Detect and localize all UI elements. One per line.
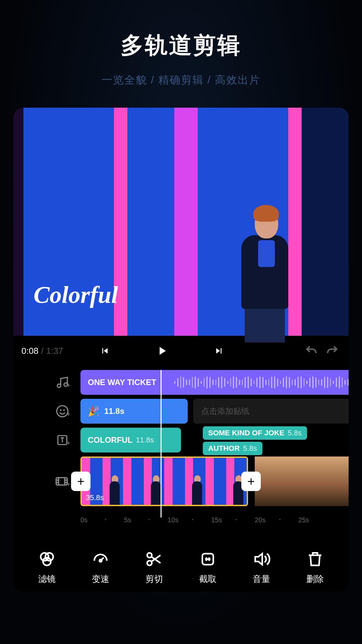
svg-point-1 <box>60 409 62 411</box>
sticker-duration: 11.8s <box>104 407 124 416</box>
add-clip-right-button[interactable]: + <box>241 472 261 491</box>
time-total: 1:37 <box>46 346 63 356</box>
text-clip-main[interactable]: COLORFUL 11.8s <box>80 428 181 452</box>
waveform-icon <box>174 376 349 389</box>
bottom-toolbar: 滤镜 变速 剪切 截取 音量 删除 <box>13 538 349 592</box>
svg-point-2 <box>63 409 65 411</box>
text-tag-label: AUTHOR <box>208 444 240 453</box>
play-button[interactable] <box>154 342 170 359</box>
tool-label: 变速 <box>92 573 109 585</box>
skip-prev-icon <box>100 345 110 356</box>
speed-icon <box>91 550 110 569</box>
ruler-tick: 5s <box>124 516 131 524</box>
time-ruler-row: 0s5s10s15s20s25s <box>13 510 349 530</box>
tool-label: 删除 <box>306 573 324 585</box>
add-text-button[interactable]: + <box>13 433 80 447</box>
tool-label: 音量 <box>253 573 270 585</box>
ruler-tick: 10s <box>168 516 178 524</box>
skip-next-icon <box>214 345 224 356</box>
text-tag-duration: 5.8s <box>288 429 302 437</box>
text-clip-tag1[interactable]: SOME KIND OF JOKE 5.8s <box>203 426 307 440</box>
plus-icon: + <box>66 382 70 389</box>
undo-icon <box>305 344 318 358</box>
music-clip[interactable]: ONE WAY TICKET <box>80 370 349 395</box>
video-track-row: + 35.8s + + <box>13 457 349 506</box>
editor-card: Colorful 0:08 / 1:37 + <box>13 108 349 592</box>
volume-icon <box>252 550 271 569</box>
preview-overlay-text: Colorful <box>34 281 118 309</box>
add-sticker-button[interactable]: + <box>13 405 80 418</box>
video-clip-selected[interactable]: 35.8s <box>80 457 248 506</box>
plus-icon: + <box>66 481 70 488</box>
add-music-button[interactable]: + <box>13 376 80 389</box>
plus-icon: + <box>77 474 84 489</box>
preview-figure <box>235 202 295 336</box>
filter-button[interactable]: 滤镜 <box>25 550 69 585</box>
redo-button[interactable] <box>324 342 341 359</box>
tool-label: 截取 <box>199 573 217 585</box>
music-clip-title: ONE WAY TICKET <box>88 378 156 387</box>
ruler-tick: 0s <box>80 516 87 524</box>
delete-button[interactable]: 删除 <box>293 550 337 585</box>
sticker-track-row: + 🎉 11.8s 点击添加贴纸 <box>13 399 349 424</box>
plus-icon: + <box>66 439 70 447</box>
text-clip-duration: 11.8s <box>136 436 154 444</box>
plus-icon: + <box>66 411 70 418</box>
sticker-placeholder[interactable]: 点击添加贴纸 <box>193 399 349 424</box>
prev-button[interactable] <box>97 342 113 359</box>
scissors-icon <box>145 550 164 569</box>
ruler-tick: 25s <box>298 516 309 524</box>
svg-point-7 <box>43 557 51 565</box>
undo-button[interactable] <box>303 342 320 359</box>
page-title: 多轨道剪辑 <box>0 30 362 61</box>
svg-point-8 <box>100 559 102 562</box>
tool-label: 剪切 <box>145 573 163 585</box>
text-tag-duration: 5.8s <box>243 444 257 453</box>
timeline[interactable]: + ONE WAY TICKET + 🎉 11.8s 点击添加贴纸 <box>13 370 349 538</box>
redo-icon <box>325 344 339 358</box>
svg-rect-4 <box>56 478 67 485</box>
sticker-emoji: 🎉 <box>88 406 100 417</box>
filter-icon <box>38 550 56 569</box>
text-clip-label: COLORFUL <box>88 435 132 445</box>
next-button[interactable] <box>210 342 227 359</box>
time-current: 0:08 <box>21 346 39 356</box>
time-separator: / <box>41 346 44 356</box>
svg-point-9 <box>147 553 152 557</box>
video-preview[interactable]: Colorful <box>13 108 349 336</box>
cut-button[interactable]: 剪切 <box>132 550 176 585</box>
ruler-tick: 20s <box>255 516 265 524</box>
plus-icon: + <box>247 474 255 489</box>
crop-icon <box>198 550 217 569</box>
ruler-tick: 15s <box>211 516 222 524</box>
video-clip-2[interactable] <box>255 457 349 506</box>
page-subtitle: 一览全貌 / 精确剪辑 / 高效出片 <box>0 73 362 88</box>
add-video-button[interactable]: + <box>13 474 80 489</box>
crop-button[interactable]: 截取 <box>186 550 230 585</box>
tool-label: 滤镜 <box>38 573 56 585</box>
svg-point-10 <box>147 561 152 566</box>
text-tag-label: SOME KIND OF JOKE <box>208 429 284 437</box>
text-clip-tag2[interactable]: AUTHOR 5.8s <box>203 442 262 455</box>
trash-icon <box>306 550 324 569</box>
playback-controls: 0:08 / 1:37 <box>13 336 349 366</box>
add-clip-left-button[interactable]: + <box>71 472 90 491</box>
volume-button[interactable]: 音量 <box>240 550 283 585</box>
time-ruler[interactable]: 0s5s10s15s20s25s <box>80 516 349 530</box>
text-track-row: + COLORFUL 11.8s SOME KIND OF JOKE 5.8s … <box>13 428 349 452</box>
playhead[interactable] <box>161 370 162 518</box>
music-track-row: + ONE WAY TICKET <box>13 370 349 395</box>
sticker-clip[interactable]: 🎉 11.8s <box>80 399 188 424</box>
speed-button[interactable]: 变速 <box>79 550 122 585</box>
video-clip-duration: 35.8s <box>86 493 104 502</box>
play-icon <box>155 344 169 358</box>
